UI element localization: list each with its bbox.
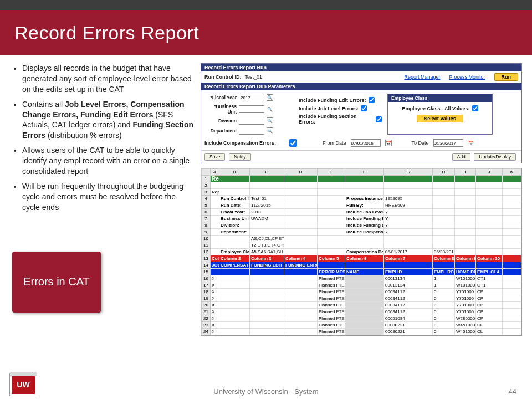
empclass-all-label: Employee Class - All Values: bbox=[402, 106, 469, 111]
top-dark-bar bbox=[0, 0, 532, 10]
run-button[interactable]: Run bbox=[494, 73, 519, 81]
bullet-item: Allows users of the CAT to be able to qu… bbox=[22, 145, 194, 177]
excel-col-header: C bbox=[250, 169, 284, 176]
report-manager-link[interactable]: Report Manager bbox=[404, 74, 440, 80]
update-display-button[interactable]: Update/Display bbox=[474, 153, 516, 161]
excel-col-header: A bbox=[211, 169, 219, 176]
chk-job-level[interactable] bbox=[361, 105, 367, 111]
badge-text: Errors in CAT bbox=[23, 275, 90, 288]
form-header: Record Errors Report Run bbox=[201, 64, 521, 71]
calendar-icon[interactable]: 📅 bbox=[385, 140, 392, 146]
bu-input[interactable] bbox=[239, 105, 264, 113]
excel-col-header: J bbox=[476, 169, 503, 176]
div-label: Division bbox=[204, 118, 237, 124]
notify-button[interactable]: Notify bbox=[229, 153, 251, 161]
chk-jl-label: Include Job Level Errors: bbox=[299, 106, 359, 111]
excel-col-header: F bbox=[345, 169, 384, 176]
div-input[interactable] bbox=[239, 117, 264, 125]
excel-col-header: H bbox=[433, 169, 455, 176]
footer: University of Wisconsin - System 44 bbox=[0, 387, 532, 396]
lookup-icon[interactable]: 🔍 bbox=[267, 127, 273, 134]
footer-text: University of Wisconsin - System bbox=[213, 387, 318, 396]
runcontrol-value: Test_01 bbox=[245, 74, 263, 80]
save-button[interactable]: Save bbox=[204, 153, 225, 161]
excel-col-header: E bbox=[318, 169, 345, 176]
select-values-button[interactable]: Select Values bbox=[417, 115, 463, 122]
title-band: Record Errors Report bbox=[0, 10, 532, 55]
empclass-header: Employee Class bbox=[388, 94, 492, 102]
lookup-icon[interactable]: 🔍 bbox=[267, 117, 273, 124]
chk-fs-label: Include Funding Section Errors: bbox=[299, 114, 374, 125]
chk-comp-label: Include Compensation Errors: bbox=[204, 140, 276, 146]
chk-funding-section[interactable] bbox=[376, 116, 382, 122]
params-header: Record Errors Report Run Parameters bbox=[201, 83, 521, 90]
chk-fe-label: Include Funding Edit Errors: bbox=[299, 98, 366, 103]
slide-title: Record Errors Report bbox=[14, 22, 199, 44]
lookup-icon[interactable]: 🔍 bbox=[267, 106, 273, 112]
excel-col-header: G bbox=[384, 169, 433, 176]
page-number: 44 bbox=[509, 387, 516, 396]
form-screenshot: Record Errors Report Run Run Control ID:… bbox=[201, 63, 522, 163]
chk-funding-edit[interactable] bbox=[369, 97, 375, 103]
bullet-item: Displays all records in the budget that … bbox=[22, 63, 194, 95]
errors-in-cat-badge: Errors in CAT bbox=[12, 252, 101, 313]
employee-class-box: Employee Class Employee Class - All Valu… bbox=[387, 94, 493, 135]
bullet-list: Displays all records in the budget that … bbox=[12, 63, 194, 213]
fy-input[interactable] bbox=[239, 94, 264, 101]
chk-empclass-all[interactable] bbox=[472, 105, 478, 111]
excel-col-header: D bbox=[284, 169, 318, 176]
bu-label: *Business Unit bbox=[204, 104, 237, 115]
fy-label: *Fiscal Year bbox=[204, 95, 237, 100]
lookup-icon[interactable]: 🔍 bbox=[267, 94, 273, 101]
dept-label: Department bbox=[204, 128, 237, 134]
excel-col-header: B bbox=[219, 169, 250, 176]
excel-col-header: K bbox=[503, 169, 521, 176]
excel-col-header: I bbox=[455, 169, 476, 176]
to-label: To Date bbox=[412, 140, 429, 146]
from-label: From Date bbox=[323, 140, 346, 146]
bullet-item: Will be run frequently throughout the bu… bbox=[22, 181, 194, 213]
bullet-item: Contains all Job Level Errors, Compensat… bbox=[22, 99, 194, 141]
runcontrol-label: Run Control ID: bbox=[204, 74, 242, 80]
from-date-input[interactable] bbox=[351, 139, 381, 147]
to-date-input[interactable] bbox=[433, 139, 463, 147]
chk-compensation[interactable] bbox=[278, 139, 308, 147]
process-monitor-link[interactable]: Process Monitor bbox=[449, 74, 485, 80]
calendar-icon[interactable]: 📅 bbox=[468, 140, 474, 146]
dept-input[interactable] bbox=[239, 127, 264, 135]
excel-screenshot: ABCDEFGHIJK1Record Errors Report23Report… bbox=[201, 168, 522, 336]
add-button[interactable]: Add bbox=[452, 153, 470, 161]
